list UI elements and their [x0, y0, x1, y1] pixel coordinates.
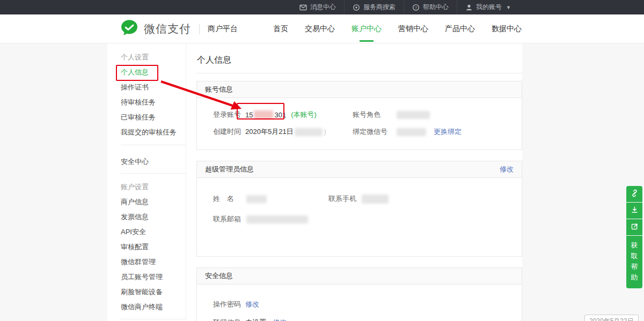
sidebar-item-personal-info[interactable]: 个人信息: [107, 65, 186, 80]
wechat-pay-logo: [120, 19, 138, 39]
contact-phone-label: 联系手机: [328, 194, 361, 204]
admin-name-label: 姓 名: [213, 194, 245, 204]
divider: [121, 319, 186, 319]
topbar-help-label: 帮助中心: [423, 3, 449, 12]
modify-admin-link[interactable]: 修改: [500, 165, 514, 174]
sidebar-item-review-config[interactable]: 审核配置: [107, 240, 186, 255]
sidebar-item-operation-certificate[interactable]: 操作证书: [107, 80, 186, 95]
divider: [196, 73, 522, 73]
sidebar-item-api-security[interactable]: API安全: [107, 225, 186, 240]
topbar-my-account-label: 我的账号: [476, 3, 502, 12]
get-help-button[interactable]: 获取帮助: [626, 236, 642, 288]
topbar-service-search-label: 服务商搜索: [363, 3, 396, 12]
divider: [121, 173, 186, 174]
contact-email-label: 联系邮箱: [213, 214, 245, 224]
get-help-label: 获取帮助: [631, 240, 638, 283]
link-button[interactable]: [626, 186, 642, 202]
feedback-button[interactable]: [626, 219, 642, 235]
nav-transaction-center[interactable]: 交易中心: [304, 22, 336, 36]
header: 微信支付 商户平台 首页 交易中心 账户中心 营销中心 产品中心 数据中心: [0, 14, 644, 43]
sidebar-item-staff-account-management[interactable]: 员工账号管理: [107, 270, 186, 285]
created-date: 2020年5月21日: [245, 127, 294, 137]
sidebar-item-wechat-group-management[interactable]: 微信群管理: [107, 255, 186, 270]
reserved-info-status: 未设置: [245, 318, 266, 321]
main-content: 个人信息 账号信息 登录账号 15301 (本账号): [186, 43, 522, 321]
nav-marketing-center[interactable]: 营销中心: [397, 22, 429, 36]
login-suffix: 301: [274, 111, 286, 119]
paren-fragment: ): [324, 128, 326, 136]
account-info-card-header: 账号信息: [197, 81, 522, 98]
nav-account-center[interactable]: 账户中心: [350, 22, 383, 36]
redacted-wechat-id: [397, 128, 426, 136]
download-button[interactable]: [626, 203, 642, 219]
login-account-row: 登录账号 15301 (本账号) 账号角色: [213, 110, 511, 120]
security-info-card: 安全信息 操作密码 修改 预留信息 未设置 修改: [196, 267, 522, 321]
sidebar-item-merchant-info[interactable]: 商户信息: [107, 195, 186, 210]
nav-product-center[interactable]: 产品中心: [444, 22, 476, 36]
topbar: 消息中心 服务商搜索 ? 帮助中心 我的账号 ▼: [0, 0, 644, 14]
security-info-card-body: 操作密码 修改 预留信息 未设置 修改 预留信息是由你自己设置的一段文字，用来鉴…: [197, 285, 522, 321]
topbar-message-center[interactable]: 消息中心: [291, 0, 344, 14]
account-info-card-body: 登录账号 15301 (本账号) 账号角色: [197, 98, 522, 150]
super-admin-card: 超级管理员信息 修改 姓 名 联系手机: [196, 161, 522, 257]
redacted-account-role: [397, 111, 430, 119]
section-title-super-admin: 超级管理员信息: [205, 165, 254, 174]
user-icon: [465, 4, 473, 11]
redacted-login-middle: [254, 110, 273, 119]
created-time-value: 2020年5月21日 ): [245, 127, 326, 137]
login-prefix: 15: [245, 111, 253, 119]
bound-wechat-label: 绑定微信号: [353, 127, 396, 137]
reserved-info-label: 预留信息: [213, 318, 245, 321]
modify-reserved-info-link[interactable]: 修改: [273, 318, 287, 321]
admin-name-row: 姓 名 联系手机: [213, 194, 511, 204]
sidebar-group-account-settings: 账户设置: [107, 180, 186, 195]
topbar-my-account[interactable]: 我的账号 ▼: [457, 0, 519, 14]
page-body: 个人设置 个人信息 操作证书 待审核任务 已审核任务 我提交的审核任务 安全中心…: [0, 43, 644, 321]
account-info-card: 账号信息 登录账号 15301 (本账号) 账号角色: [196, 81, 522, 150]
topbar-help-center[interactable]: ? 帮助中心: [404, 0, 457, 14]
help-icon: ?: [412, 4, 420, 11]
date-tooltip: 2020年5月22日: [584, 315, 639, 321]
sidebar-item-wechat-merchant-terminal[interactable]: 微信商户终端: [107, 300, 186, 315]
topbar-service-search[interactable]: 服务商搜索: [344, 0, 404, 14]
sidebar-item-my-submitted-review-tasks[interactable]: 我提交的审核任务: [107, 125, 186, 140]
current-account-note: (本账号): [291, 110, 317, 120]
admin-email-row: 联系邮箱: [213, 214, 511, 224]
sidebar-item-face-smart-device[interactable]: 刷脸智能设备: [107, 285, 186, 300]
topbar-message-label: 消息中心: [310, 3, 336, 12]
main-nav: 首页 交易中心 账户中心 营销中心 产品中心 数据中心: [272, 14, 523, 43]
operation-password-label: 操作密码: [213, 300, 245, 309]
sidebar-item-reviewed-tasks[interactable]: 已审核任务: [107, 110, 186, 125]
created-time-label: 创建时间: [213, 127, 245, 137]
content-wrapper: 个人设置 个人信息 操作证书 待审核任务 已审核任务 我提交的审核任务 安全中心…: [107, 43, 522, 321]
security-info-card-header: 安全信息: [197, 268, 522, 285]
login-account-label: 登录账号: [213, 110, 245, 120]
portal-title: 商户平台: [208, 24, 238, 34]
section-title-security-info: 安全信息: [205, 271, 233, 281]
page-title: 个人信息: [196, 54, 522, 66]
sidebar: 个人设置 个人信息 操作证书 待审核任务 已审核任务 我提交的审核任务 安全中心…: [107, 43, 186, 321]
sidebar-item-invoice-info[interactable]: 发票信息: [107, 210, 186, 225]
nav-home[interactable]: 首页: [272, 22, 289, 36]
link-icon: [631, 189, 639, 199]
svg-text:?: ?: [415, 5, 418, 10]
redacted-contact-phone: [362, 195, 389, 204]
nav-data-center[interactable]: 数据中心: [491, 22, 523, 36]
sidebar-item-pending-review-tasks[interactable]: 待审核任务: [107, 95, 186, 110]
edit-icon: [631, 222, 639, 233]
sidebar-item-security-center[interactable]: 安全中心: [107, 154, 186, 169]
divider: [199, 24, 200, 34]
download-icon: [631, 206, 639, 216]
operation-password-row: 操作密码 修改: [213, 300, 511, 309]
modify-password-link[interactable]: 修改: [245, 300, 259, 309]
created-time-row: 创建时间 2020年5月21日 ) 绑定微信号 更换绑定: [213, 127, 511, 137]
mail-icon: [299, 4, 307, 11]
change-binding-link[interactable]: 更换绑定: [434, 127, 462, 137]
super-admin-card-header: 超级管理员信息 修改: [197, 161, 522, 178]
sidebar-group-personal-settings: 个人设置: [107, 50, 186, 65]
reserved-info-row: 预留信息 未设置 修改: [213, 318, 511, 321]
section-title-account-info: 账号信息: [205, 85, 233, 94]
login-account-value: 15301 (本账号): [245, 110, 317, 120]
redacted-created-detail: [295, 128, 323, 136]
chevron-down-icon: ▼: [506, 5, 511, 10]
